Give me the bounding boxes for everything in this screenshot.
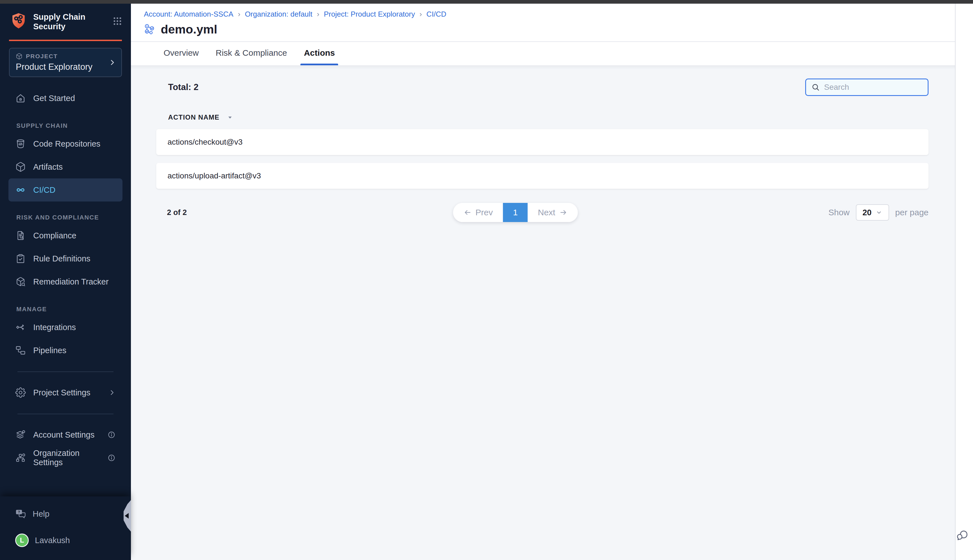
section-heading-manage: MANAGE — [16, 306, 122, 313]
sidebar-item-pipelines[interactable]: Pipelines — [8, 339, 122, 362]
page-title: demo.yml — [161, 23, 217, 36]
sidebar-item-artifacts[interactable]: Artifacts — [8, 155, 122, 178]
sidebar-item-cicd[interactable]: CI/CD — [8, 178, 122, 202]
brand-title: Supply Chain Security — [33, 12, 85, 31]
infinity-icon — [15, 185, 26, 195]
clipboard-check-icon — [15, 253, 26, 264]
sidebar-item-remediation-tracker[interactable]: Remediation Tracker — [8, 270, 122, 293]
home-icon — [15, 93, 26, 103]
gear-icon — [15, 387, 26, 398]
user-name: Lavakush — [35, 536, 70, 545]
sidebar: Supply Chain Security PROJECT Produc — [0, 4, 131, 560]
project-eyebrow: PROJECT — [26, 53, 58, 60]
sidebar-item-label: Project Settings — [33, 388, 90, 397]
pagination-capsule: Prev 1 Next — [453, 203, 578, 222]
sidebar-item-label: Integrations — [33, 323, 76, 332]
chevron-down-icon — [876, 209, 882, 216]
column-header-action-name[interactable]: ACTION NAME — [168, 113, 928, 121]
project-selector[interactable]: PROJECT Product Exploratory — [9, 48, 122, 77]
breadcrumb: Account: Automation-SSCA › Organization:… — [144, 10, 955, 18]
sidebar-item-account-settings[interactable]: Account Settings — [8, 423, 122, 446]
chevron-right-icon — [108, 58, 116, 67]
chat-question-icon: ? — [15, 508, 26, 519]
sidebar-item-label: Pipelines — [33, 346, 67, 355]
search-input[interactable] — [824, 83, 923, 92]
sidebar-nav: Get Started SUPPLY CHAIN Code Repositori… — [0, 77, 131, 469]
sidebar-item-code-repositories[interactable]: Code Repositories — [8, 132, 122, 155]
sidebar-item-rule-definitions[interactable]: Rule Definitions — [8, 247, 122, 270]
svg-text:?: ? — [18, 510, 20, 514]
page-header: Account: Automation-SSCA › Organization:… — [131, 4, 955, 42]
avatar: L — [15, 533, 29, 547]
divider — [17, 372, 113, 372]
tab-actions[interactable]: Actions — [302, 48, 336, 65]
per-page-label: per page — [895, 208, 928, 217]
content-area: Total: 2 ACTION NAME actions/checkout@v3… — [131, 65, 955, 560]
breadcrumb-cicd[interactable]: CI/CD — [427, 10, 447, 18]
app-grid-button[interactable] — [112, 16, 122, 26]
sidebar-item-label: Get Started — [33, 94, 75, 103]
help-label: Help — [33, 509, 50, 518]
window-top-strip — [0, 0, 973, 4]
chevron-right-icon — [108, 389, 116, 396]
next-page-button[interactable]: Next — [528, 203, 578, 222]
table-row[interactable]: actions/upload-artifact@v3 — [156, 163, 928, 189]
sidebar-item-project-settings[interactable]: Project Settings — [8, 381, 122, 404]
page-size-select[interactable]: 20 — [856, 204, 889, 221]
breadcrumb-separator: › — [317, 10, 320, 18]
repository-icon — [15, 138, 26, 149]
search-box — [805, 78, 928, 96]
sidebar-item-label: Account Settings — [33, 430, 95, 440]
arrow-left-icon — [463, 208, 472, 217]
search-icon — [811, 83, 820, 92]
tab-overview[interactable]: Overview — [162, 48, 200, 65]
sidebar-item-compliance[interactable]: Compliance — [8, 224, 122, 247]
flowchart-icon — [15, 345, 26, 356]
sidebar-item-get-started[interactable]: Get Started — [8, 87, 122, 110]
section-heading-risk-compliance: RISK AND COMPLIANCE — [16, 214, 122, 221]
sidebar-item-label: Rule Definitions — [33, 254, 90, 263]
caret-down-icon — [226, 114, 234, 121]
main-area: Account: Automation-SSCA › Organization:… — [131, 4, 955, 560]
brand-accent-rule — [9, 40, 122, 41]
breadcrumb-organization[interactable]: Organization: default — [245, 10, 312, 18]
sidebar-item-label: Organization Settings — [33, 448, 107, 467]
sidebar-item-label: CI/CD — [33, 185, 55, 195]
prev-page-button[interactable]: Prev — [453, 203, 503, 222]
sidebar-item-label: Artifacts — [33, 162, 63, 172]
user-menu[interactable]: L Lavakush — [8, 530, 122, 550]
sidebar-item-integrations[interactable]: Integrations — [8, 316, 122, 339]
action-name: actions/checkout@v3 — [167, 138, 243, 147]
total-count: Total: 2 — [168, 82, 199, 92]
document-search-icon — [15, 230, 26, 241]
sidebar-item-label: Compliance — [33, 231, 76, 240]
divider — [17, 414, 113, 414]
sidebar-item-label: Remediation Tracker — [33, 277, 108, 287]
project-name: Product Exploratory — [16, 62, 115, 72]
tab-risk-compliance[interactable]: Risk & Compliance — [214, 48, 289, 65]
breadcrumb-project[interactable]: Project: Product Exploratory — [324, 10, 415, 18]
layers-gear-icon — [15, 430, 26, 440]
pagination-summary: 2 of 2 — [167, 208, 187, 217]
info-circle-icon[interactable] — [107, 430, 116, 439]
pipeline-stages-icon — [144, 23, 156, 36]
breadcrumb-separator: › — [419, 10, 422, 18]
breadcrumb-separator: › — [238, 10, 240, 18]
arrow-right-icon — [559, 208, 567, 217]
table-row[interactable]: actions/checkout@v3 — [156, 129, 928, 155]
chat-bubbles-icon[interactable] — [956, 529, 969, 543]
info-circle-icon[interactable] — [107, 453, 116, 462]
org-gear-icon — [15, 453, 26, 463]
section-heading-supply-chain: SUPPLY CHAIN — [16, 122, 122, 130]
sidebar-item-organization-settings[interactable]: Organization Settings — [8, 446, 122, 469]
diamond-arrows-icon — [15, 322, 26, 333]
shield-network-icon — [10, 12, 28, 30]
page-number-1[interactable]: 1 — [503, 203, 528, 222]
help-button[interactable]: ? Help — [8, 504, 122, 524]
box-wrench-icon — [15, 276, 26, 287]
cube-icon — [15, 162, 26, 172]
breadcrumb-account[interactable]: Account: Automation-SSCA — [144, 10, 234, 18]
show-label: Show — [829, 208, 849, 217]
grid-9-dots-icon — [112, 16, 122, 26]
sidebar-footer: ? Help L Lavakush — [0, 497, 131, 560]
